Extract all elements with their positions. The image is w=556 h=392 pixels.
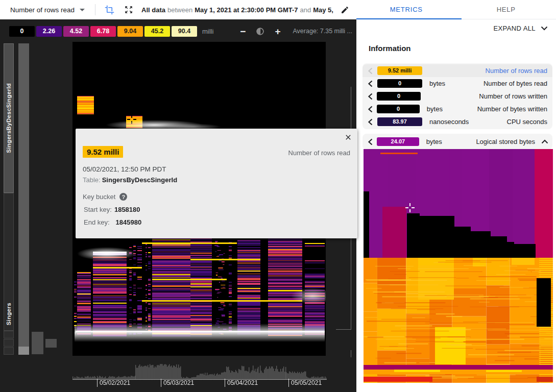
timeline-histogram[interactable] xyxy=(72,359,327,380)
metric-row-rows-written[interactable]: 0 Number of rows written xyxy=(362,90,552,103)
tab-metrics[interactable]: METRICS xyxy=(356,0,456,19)
active-tab-underline xyxy=(356,18,462,19)
metric-label: Number of bytes written xyxy=(477,105,547,113)
table-label-singers[interactable]: Singers xyxy=(4,193,14,331)
metric-label: Logical stored bytes xyxy=(476,138,535,145)
metric-value-badge: 24.07 xyxy=(377,137,419,146)
selection-bracket xyxy=(351,350,351,357)
information-heading: Information xyxy=(369,44,411,53)
metric-value-badge: 0 xyxy=(377,105,420,113)
metric-unit: bytes xyxy=(429,80,482,87)
tooltip-table: Table:SingersByDescSingerId xyxy=(83,176,177,184)
chevron-left-icon[interactable] xyxy=(368,118,376,126)
metric-unit: nanoseconds xyxy=(429,118,482,126)
keyrange-bar-smallest[interactable] xyxy=(45,339,57,348)
metric-rows-group: 9.52 milli Number of rows read 0 bytes N… xyxy=(362,63,552,129)
metric-row-bytes-read[interactable]: 0 bytes Number of bytes read xyxy=(362,77,552,90)
metric-unit: bytes xyxy=(426,138,476,145)
metric-unit: bytes xyxy=(427,105,477,113)
toolbar: Number of rows read All databetweenMay 1… xyxy=(0,0,356,19)
tooltip-timestamp: 05/02/2021, 12:50 PM PDT xyxy=(83,165,166,173)
chevron-down-icon xyxy=(541,26,548,31)
metric-row-cpu-seconds[interactable]: 83.97 nanoseconds CPU seconds xyxy=(362,115,552,128)
tooltip-end-key: End key:1845980 xyxy=(84,218,141,226)
collapse-icon[interactable] xyxy=(541,139,548,144)
axis-tick-label: 05/04/2021 xyxy=(227,379,258,386)
metric-row-rows-read[interactable]: 9.52 milli Number of rows read xyxy=(362,64,552,77)
tooltip-metric-name: Number of rows read xyxy=(288,149,350,157)
crop-icon[interactable] xyxy=(100,0,119,19)
keyrange-bar-segment[interactable] xyxy=(18,347,29,355)
tooltip-start-key: Start key:1858180 xyxy=(84,206,140,213)
color-scale-legend: 02.264.526.789.0445.290.4 milli − + Aver… xyxy=(0,22,356,40)
selection-bracket xyxy=(336,329,351,330)
stored-bytes-heatmap-canvas[interactable] xyxy=(364,149,553,383)
metric-value-badge: 0 xyxy=(377,79,422,88)
metric-label: Number of bytes read xyxy=(482,80,547,87)
close-icon[interactable] xyxy=(343,132,354,143)
legend-swatch: 0 xyxy=(9,26,35,37)
metric-dropdown[interactable]: Number of rows read xyxy=(0,0,91,19)
time-range-label: All databetweenMay 1, 2021 at 2:30:00 PM… xyxy=(141,6,335,14)
legend-swatches: 02.264.526.789.0445.290.4 xyxy=(9,26,199,37)
legend-swatch: 6.78 xyxy=(90,26,116,37)
table-label-singersbydescsingerid[interactable]: SingersByDescSingerId xyxy=(4,43,14,193)
axis-tick xyxy=(288,379,289,387)
metric-value-badge: 0 xyxy=(377,92,420,101)
keyrange-bar[interactable] xyxy=(18,43,29,347)
metric-label: Number of rows read xyxy=(482,67,547,75)
axis-tick xyxy=(225,379,225,387)
axis-tick xyxy=(97,379,98,387)
tab-help[interactable]: HELP xyxy=(456,0,556,19)
metric-row-logical-stored-bytes[interactable]: 24.07 bytes Logical stored bytes xyxy=(362,135,552,148)
keyrange-bar-small[interactable] xyxy=(32,332,43,354)
contrast-icon[interactable] xyxy=(256,27,264,36)
cell-tooltip: 9.52 milli Number of rows read 05/02/202… xyxy=(76,129,357,238)
metric-label: Number of rows written xyxy=(479,92,547,100)
zoom-out-button[interactable]: − xyxy=(237,26,249,37)
edit-time-range-icon[interactable] xyxy=(335,0,354,19)
average-label: Average: 7.35 milli ... xyxy=(293,28,353,35)
legend-swatch: 90.4 xyxy=(172,26,197,37)
chevron-left-icon[interactable] xyxy=(368,67,376,75)
key-visualizer-app: Number of rows read All databetweenMay 1… xyxy=(0,0,556,392)
tooltip-value-badge: 9.52 milli xyxy=(83,146,123,158)
zoom-in-button[interactable]: + xyxy=(272,26,283,37)
metric-dropdown-label: Number of rows read xyxy=(10,6,75,14)
chevron-left-icon[interactable] xyxy=(368,106,375,113)
table-label-cell[interactable] xyxy=(4,339,14,347)
metric-value-badge: 9.52 milli xyxy=(377,66,422,75)
expand-all-button[interactable]: EXPAND ALL xyxy=(493,24,548,32)
legend-swatch: 4.52 xyxy=(63,26,89,37)
axis-tick-label: 05/02/2021 xyxy=(100,379,130,386)
axis-tick-label: 05/03/2021 xyxy=(163,379,194,386)
legend-swatch: 2.26 xyxy=(36,26,62,37)
metric-label: CPU seconds xyxy=(482,118,547,126)
expand-icon[interactable] xyxy=(119,0,138,19)
panel-tabs: METRICS HELP xyxy=(356,0,556,19)
legend-swatch: 9.04 xyxy=(117,26,143,37)
metric-row-bytes-written[interactable]: 0 bytes Number of bytes written xyxy=(362,103,552,115)
table-label-cell[interactable] xyxy=(4,331,14,338)
help-icon[interactable]: ? xyxy=(119,193,127,201)
chevron-left-icon[interactable] xyxy=(368,93,375,100)
chevron-left-icon[interactable] xyxy=(368,138,375,145)
metric-value-badge: 83.97 xyxy=(377,117,422,126)
legend-swatch: 45.2 xyxy=(144,26,170,37)
side-panel: METRICS HELP EXPAND ALL Information 9.52… xyxy=(356,0,556,392)
table-label-cell[interactable] xyxy=(4,347,14,355)
tooltip-key-bucket: Key bucket ? xyxy=(83,193,127,201)
toolbar-divider xyxy=(95,4,95,15)
chevron-left-icon[interactable] xyxy=(368,80,376,87)
legend-unit: milli xyxy=(202,28,213,35)
chevron-down-icon xyxy=(80,9,85,11)
axis-tick xyxy=(161,379,161,387)
stored-bytes-group: 24.07 bytes Logical stored bytes xyxy=(362,134,552,150)
axis-tick-label: 05/05/2021 xyxy=(291,379,322,386)
